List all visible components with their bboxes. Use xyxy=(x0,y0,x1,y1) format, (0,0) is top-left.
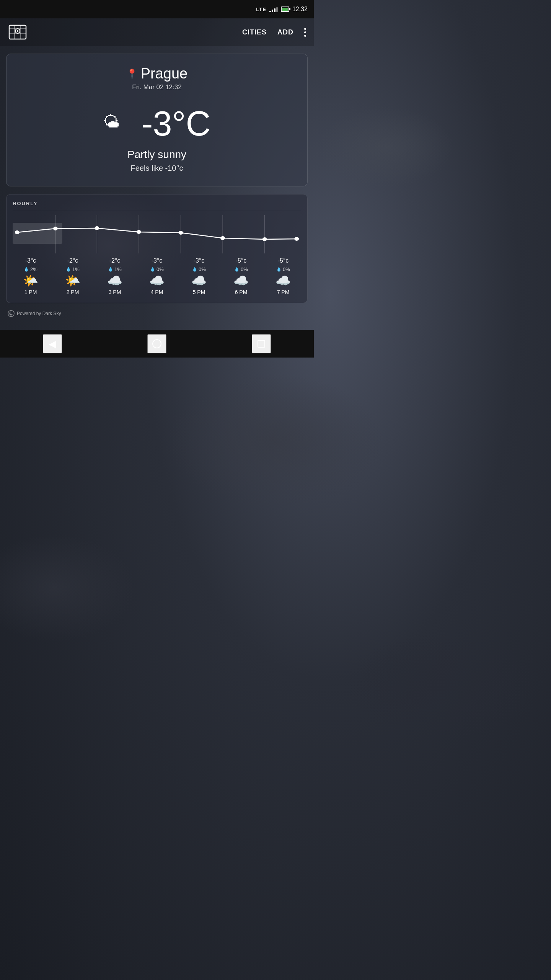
hourly-temp-7pm: -5°c xyxy=(278,257,289,264)
svg-point-13 xyxy=(137,230,141,234)
status-time: 12:32 xyxy=(292,6,308,13)
signal-bars xyxy=(269,6,278,12)
hourly-precip-2pm: 💧 1% xyxy=(66,266,80,272)
hourly-time-3pm: 3 PM xyxy=(109,289,121,295)
hourly-temp-4pm: -3°c xyxy=(152,257,163,264)
hourly-icon-5pm: ☁️ xyxy=(191,274,207,287)
svg-point-10 xyxy=(15,230,20,234)
hourly-precip-4pm: 💧 0% xyxy=(150,266,164,272)
hourly-title: HOURLY xyxy=(7,201,307,211)
svg-point-12 xyxy=(95,226,99,230)
recent-apps-button[interactable] xyxy=(252,334,271,353)
list-item[interactable]: -3°c 💧 0% ☁️ 4 PM xyxy=(136,257,178,295)
hourly-icon-2pm: 🌤️ xyxy=(65,274,80,287)
list-item[interactable]: -3°c 💧 0% ☁️ 5 PM xyxy=(178,257,220,295)
battery-icon xyxy=(281,7,289,12)
hourly-precip-3pm: 💧 1% xyxy=(108,266,122,272)
raindrop-icon: 💧 xyxy=(24,267,29,272)
svg-point-14 xyxy=(179,231,183,235)
city-name: 📍 Prague xyxy=(14,65,300,82)
hourly-section: HOURLY -3°c xyxy=(6,194,308,303)
hourly-time-6pm: 6 PM xyxy=(235,289,248,295)
back-button[interactable]: ◀ xyxy=(43,334,62,353)
hourly-icon-4pm: ☁️ xyxy=(149,274,165,287)
nav-actions: CITIES ADD xyxy=(242,28,306,37)
add-button[interactable]: ADD xyxy=(277,28,293,36)
hourly-items-container: -3°c 💧 2% 🌤️ 1 PM -2°c 💧 1% 🌤️ 2 PM -2°c… xyxy=(7,253,307,303)
svg-point-19 xyxy=(153,340,161,348)
svg-rect-9 xyxy=(13,223,62,244)
svg-point-17 xyxy=(294,237,299,241)
network-indicator: LTE xyxy=(256,7,266,12)
svg-point-16 xyxy=(262,237,267,241)
raindrop-icon: 💧 xyxy=(66,267,71,272)
weather-condition: Partly sunny xyxy=(14,149,300,161)
list-item[interactable]: -2°c 💧 1% 🌤️ 2 PM xyxy=(52,257,94,295)
list-item[interactable]: -2°c 💧 1% ☁️ 3 PM xyxy=(94,257,136,295)
list-item[interactable]: -5°c 💧 0% ☁️ 7 PM xyxy=(262,257,304,295)
raindrop-icon: 💧 xyxy=(192,267,197,272)
darksky-logo-icon xyxy=(8,310,15,317)
svg-rect-0 xyxy=(9,25,26,39)
home-button[interactable] xyxy=(147,334,166,353)
raindrop-icon: 💧 xyxy=(234,267,240,272)
raindrop-icon: 💧 xyxy=(108,267,113,272)
temperature-chart xyxy=(7,211,307,253)
more-menu-button[interactable] xyxy=(304,28,306,37)
hourly-precip-5pm: 💧 0% xyxy=(192,266,206,272)
cities-button[interactable]: CITIES xyxy=(242,28,267,36)
weather-card: 📍 Prague Fri. Mar 02 12:32 🌤 -3°C Partly… xyxy=(6,54,308,186)
hourly-temp-5pm: -3°c xyxy=(194,257,205,264)
svg-point-2 xyxy=(17,30,18,32)
app-logo[interactable] xyxy=(8,22,28,42)
svg-rect-20 xyxy=(258,340,265,347)
raindrop-icon: 💧 xyxy=(276,267,282,272)
svg-point-11 xyxy=(53,227,58,230)
hourly-icon-1pm: 🌤️ xyxy=(23,274,38,287)
svg-point-15 xyxy=(220,236,225,240)
bottom-nav: ◀ xyxy=(0,330,314,358)
location-pin-icon: 📍 xyxy=(126,69,138,79)
hourly-temp-6pm: -5°c xyxy=(236,257,247,264)
temperature-row: 🌤 -3°C xyxy=(14,106,300,141)
hourly-icon-6pm: ☁️ xyxy=(233,274,249,287)
darksky-text: Powered by Dark Sky xyxy=(17,311,61,316)
hourly-icon-7pm: ☁️ xyxy=(276,274,291,287)
list-item[interactable]: -5°c 💧 0% ☁️ 6 PM xyxy=(220,257,262,295)
hourly-precip-7pm: 💧 0% xyxy=(276,266,290,272)
svg-point-18 xyxy=(8,310,14,317)
list-item[interactable]: -3°c 💧 2% 🌤️ 1 PM xyxy=(10,257,52,295)
hourly-time-1pm: 1 PM xyxy=(24,289,37,295)
hourly-time-5pm: 5 PM xyxy=(193,289,205,295)
hourly-precip-6pm: 💧 0% xyxy=(234,266,248,272)
weather-date: Fri. Mar 02 12:32 xyxy=(14,83,300,91)
hourly-time-4pm: 4 PM xyxy=(151,289,163,295)
hourly-time-7pm: 7 PM xyxy=(277,289,290,295)
hourly-time-2pm: 2 PM xyxy=(67,289,79,295)
top-nav: CITIES ADD xyxy=(0,18,314,46)
hourly-temp-2pm: -2°c xyxy=(67,257,78,264)
status-bar: LTE 12:32 xyxy=(0,0,314,18)
feels-like: Feels like -10°c xyxy=(14,164,300,173)
darksky-footer: Powered by Dark Sky xyxy=(0,305,314,322)
weather-condition-icon: 🌤 xyxy=(103,112,134,135)
hourly-precip-1pm: 💧 2% xyxy=(24,266,37,272)
temperature-display: -3°C xyxy=(141,106,210,141)
hourly-temp-3pm: -2°c xyxy=(109,257,121,264)
hourly-icon-3pm: ☁️ xyxy=(107,274,122,287)
hourly-temp-1pm: -3°c xyxy=(25,257,36,264)
raindrop-icon: 💧 xyxy=(150,267,155,272)
